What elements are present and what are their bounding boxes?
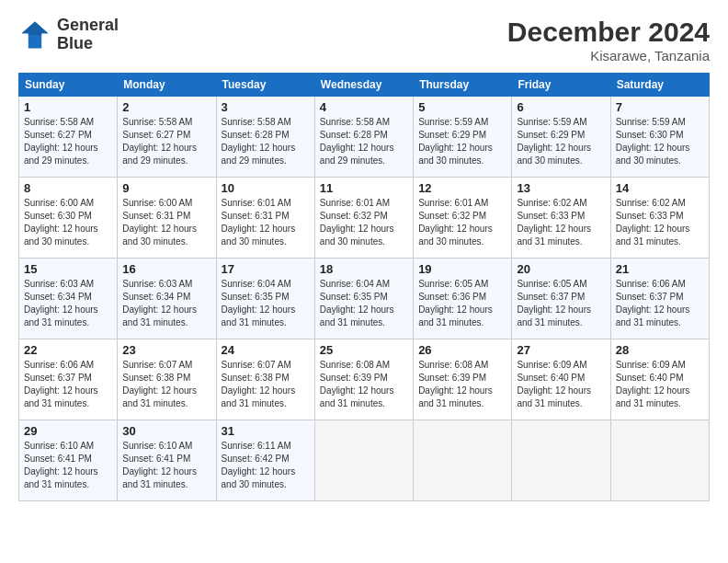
calendar-cell: 13 Sunrise: 6:02 AMSunset: 6:33 PMDaylig… — [512, 178, 610, 259]
calendar-cell: 31 Sunrise: 6:11 AMSunset: 6:42 PMDaylig… — [216, 420, 314, 501]
header: General Blue December 2024 Kisarawe, Tan… — [18, 17, 710, 63]
day-info: Sunrise: 6:04 AMSunset: 6:35 PMDaylight:… — [222, 278, 310, 329]
calendar-cell: 30 Sunrise: 6:10 AMSunset: 6:41 PMDaylig… — [118, 420, 216, 501]
col-tuesday: Tuesday — [216, 74, 314, 97]
calendar-cell: 10 Sunrise: 6:01 AMSunset: 6:31 PMDaylig… — [216, 178, 314, 259]
day-number: 10 — [222, 181, 310, 195]
day-info: Sunrise: 6:04 AMSunset: 6:35 PMDaylight:… — [320, 278, 408, 329]
day-number: 20 — [517, 262, 605, 276]
calendar-cell: 24 Sunrise: 6:07 AMSunset: 6:38 PMDaylig… — [216, 339, 314, 420]
day-number: 13 — [517, 181, 605, 195]
day-number: 25 — [320, 343, 408, 357]
calendar-cell: 26 Sunrise: 6:08 AMSunset: 6:39 PMDaylig… — [414, 339, 512, 420]
day-number: 23 — [122, 343, 210, 357]
calendar-cell: 6 Sunrise: 5:59 AMSunset: 6:29 PMDayligh… — [512, 97, 610, 178]
day-number: 3 — [222, 100, 310, 114]
day-number: 14 — [616, 181, 704, 195]
day-number: 5 — [418, 100, 506, 114]
day-info: Sunrise: 5:59 AMSunset: 6:29 PMDaylight:… — [418, 116, 506, 167]
day-info: Sunrise: 6:05 AMSunset: 6:36 PMDaylight:… — [418, 278, 506, 329]
day-number: 4 — [320, 100, 408, 114]
calendar-cell: 14 Sunrise: 6:02 AMSunset: 6:33 PMDaylig… — [610, 178, 709, 259]
calendar-cell — [512, 420, 610, 501]
day-info: Sunrise: 6:10 AMSunset: 6:41 PMDaylight:… — [24, 440, 112, 491]
day-info: Sunrise: 6:10 AMSunset: 6:41 PMDaylight:… — [122, 440, 210, 491]
calendar-cell: 11 Sunrise: 6:01 AMSunset: 6:32 PMDaylig… — [314, 178, 413, 259]
day-number: 8 — [24, 181, 112, 195]
calendar-cell: 21 Sunrise: 6:06 AMSunset: 6:37 PMDaylig… — [610, 259, 709, 339]
calendar-cell: 12 Sunrise: 6:01 AMSunset: 6:32 PMDaylig… — [414, 178, 512, 259]
calendar-body: 1 Sunrise: 5:58 AMSunset: 6:27 PMDayligh… — [19, 97, 710, 501]
calendar-cell: 2 Sunrise: 5:58 AMSunset: 6:27 PMDayligh… — [118, 97, 216, 178]
day-number: 28 — [616, 343, 704, 357]
day-info: Sunrise: 6:01 AMSunset: 6:32 PMDaylight:… — [320, 197, 408, 248]
day-number: 24 — [222, 343, 310, 357]
calendar-cell: 3 Sunrise: 5:58 AMSunset: 6:28 PMDayligh… — [216, 97, 314, 178]
day-number: 22 — [24, 343, 112, 357]
day-number: 27 — [517, 343, 605, 357]
day-info: Sunrise: 6:00 AMSunset: 6:30 PMDaylight:… — [24, 197, 112, 248]
logo-line1: General — [57, 17, 119, 35]
day-number: 11 — [320, 181, 408, 195]
day-info: Sunrise: 6:09 AMSunset: 6:40 PMDaylight:… — [517, 359, 605, 410]
calendar-cell: 1 Sunrise: 5:58 AMSunset: 6:27 PMDayligh… — [19, 97, 118, 178]
col-wednesday: Wednesday — [314, 74, 413, 97]
day-info: Sunrise: 5:58 AMSunset: 6:27 PMDaylight:… — [122, 116, 210, 167]
calendar-week-2: 8 Sunrise: 6:00 AMSunset: 6:30 PMDayligh… — [19, 178, 710, 259]
calendar-week-4: 22 Sunrise: 6:06 AMSunset: 6:37 PMDaylig… — [19, 339, 710, 420]
calendar-cell: 20 Sunrise: 6:05 AMSunset: 6:37 PMDaylig… — [512, 259, 610, 339]
day-number: 19 — [418, 262, 506, 276]
day-info: Sunrise: 6:02 AMSunset: 6:33 PMDaylight:… — [517, 197, 605, 248]
calendar-cell: 17 Sunrise: 6:04 AMSunset: 6:35 PMDaylig… — [216, 259, 314, 339]
day-number: 6 — [517, 100, 605, 114]
main-title: December 2024 — [507, 17, 710, 48]
calendar-cell: 25 Sunrise: 6:08 AMSunset: 6:39 PMDaylig… — [314, 339, 413, 420]
day-number: 15 — [24, 262, 112, 276]
day-info: Sunrise: 6:03 AMSunset: 6:34 PMDaylight:… — [122, 278, 210, 329]
day-info: Sunrise: 6:00 AMSunset: 6:31 PMDaylight:… — [122, 197, 210, 248]
day-info: Sunrise: 6:08 AMSunset: 6:39 PMDaylight:… — [320, 359, 408, 410]
title-area: December 2024 Kisarawe, Tanzania — [507, 17, 710, 63]
calendar-cell — [314, 420, 413, 501]
calendar-cell: 22 Sunrise: 6:06 AMSunset: 6:37 PMDaylig… — [19, 339, 118, 420]
page: General Blue December 2024 Kisarawe, Tan… — [0, 0, 728, 511]
day-info: Sunrise: 6:11 AMSunset: 6:42 PMDaylight:… — [222, 440, 310, 491]
day-number: 29 — [24, 424, 112, 438]
calendar-cell: 16 Sunrise: 6:03 AMSunset: 6:34 PMDaylig… — [118, 259, 216, 339]
day-info: Sunrise: 6:07 AMSunset: 6:38 PMDaylight:… — [222, 359, 310, 410]
subtitle: Kisarawe, Tanzania — [507, 48, 710, 63]
day-info: Sunrise: 5:59 AMSunset: 6:29 PMDaylight:… — [517, 116, 605, 167]
day-number: 17 — [222, 262, 310, 276]
day-number: 16 — [122, 262, 210, 276]
day-number: 30 — [122, 424, 210, 438]
col-monday: Monday — [118, 74, 216, 97]
calendar-cell: 8 Sunrise: 6:00 AMSunset: 6:30 PMDayligh… — [19, 178, 118, 259]
calendar-cell: 23 Sunrise: 6:07 AMSunset: 6:38 PMDaylig… — [118, 339, 216, 420]
calendar-cell: 5 Sunrise: 5:59 AMSunset: 6:29 PMDayligh… — [414, 97, 512, 178]
day-number: 31 — [222, 424, 310, 438]
day-info: Sunrise: 5:58 AMSunset: 6:27 PMDaylight:… — [24, 116, 112, 167]
calendar-header: Sunday Monday Tuesday Wednesday Thursday… — [19, 74, 710, 97]
logo-line2: Blue — [57, 35, 119, 53]
day-info: Sunrise: 6:07 AMSunset: 6:38 PMDaylight:… — [122, 359, 210, 410]
day-info: Sunrise: 6:02 AMSunset: 6:33 PMDaylight:… — [616, 197, 704, 248]
day-info: Sunrise: 6:03 AMSunset: 6:34 PMDaylight:… — [24, 278, 112, 329]
day-info: Sunrise: 6:01 AMSunset: 6:31 PMDaylight:… — [222, 197, 310, 248]
svg-marker-1 — [22, 21, 49, 34]
header-row: Sunday Monday Tuesday Wednesday Thursday… — [19, 74, 710, 97]
day-info: Sunrise: 6:06 AMSunset: 6:37 PMDaylight:… — [24, 359, 112, 410]
calendar-week-5: 29 Sunrise: 6:10 AMSunset: 6:41 PMDaylig… — [19, 420, 710, 501]
calendar-week-1: 1 Sunrise: 5:58 AMSunset: 6:27 PMDayligh… — [19, 97, 710, 178]
day-info: Sunrise: 6:06 AMSunset: 6:37 PMDaylight:… — [616, 278, 704, 329]
logo: General Blue — [18, 17, 119, 53]
day-info: Sunrise: 6:08 AMSunset: 6:39 PMDaylight:… — [418, 359, 506, 410]
calendar-cell: 28 Sunrise: 6:09 AMSunset: 6:40 PMDaylig… — [610, 339, 709, 420]
calendar-cell: 29 Sunrise: 6:10 AMSunset: 6:41 PMDaylig… — [19, 420, 118, 501]
day-number: 21 — [616, 262, 704, 276]
calendar-cell: 19 Sunrise: 6:05 AMSunset: 6:36 PMDaylig… — [414, 259, 512, 339]
logo-icon — [18, 18, 51, 52]
day-number: 1 — [24, 100, 112, 114]
day-number: 2 — [122, 100, 210, 114]
calendar-week-3: 15 Sunrise: 6:03 AMSunset: 6:34 PMDaylig… — [19, 259, 710, 339]
day-info: Sunrise: 6:09 AMSunset: 6:40 PMDaylight:… — [616, 359, 704, 410]
